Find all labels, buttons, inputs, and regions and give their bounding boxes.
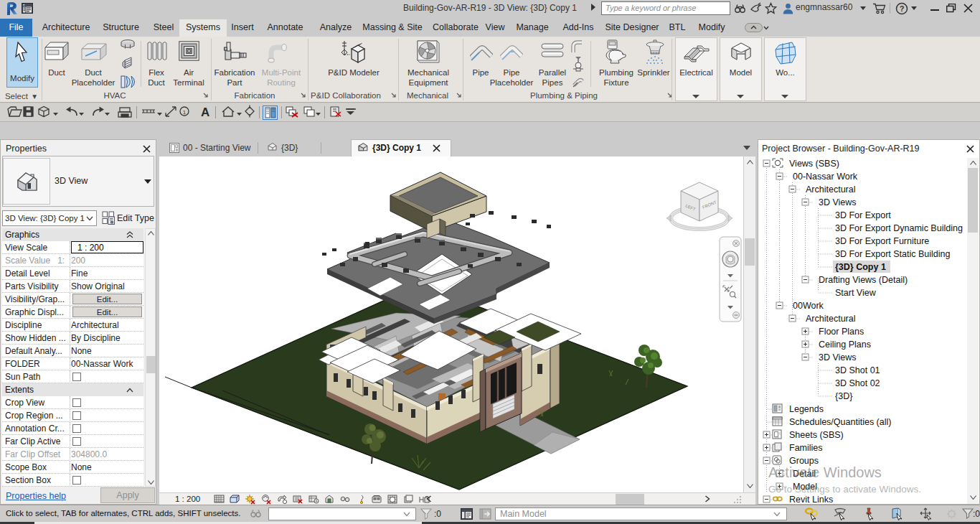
- svg-text:Architectural: Architectural: [806, 184, 855, 195]
- svg-text:Floor Plans: Floor Plans: [819, 327, 864, 337]
- svg-text:Views (SBS): Views (SBS): [789, 159, 839, 169]
- svg-text:3D Shot 02: 3D Shot 02: [835, 378, 880, 388]
- svg-text:Families: Families: [789, 443, 823, 453]
- svg-text:{3D} Copy 1: {3D} Copy 1: [835, 262, 886, 272]
- svg-text:Sheets (SBS): Sheets (SBS): [789, 430, 844, 440]
- svg-text:3D Views: 3D Views: [819, 352, 857, 362]
- svg-text:Schedules/Quantities (all): Schedules/Quantities (all): [789, 417, 891, 427]
- svg-text:Ceiling Plans: Ceiling Plans: [819, 340, 871, 350]
- svg-text:00Work: 00Work: [793, 301, 824, 311]
- svg-text:Start View: Start View: [835, 288, 877, 298]
- svg-text:3D For Export Dynamic Building: 3D For Export Dynamic Building: [835, 223, 963, 233]
- svg-text:{3D}: {3D}: [835, 391, 852, 401]
- svg-text:3D Shot 01: 3D Shot 01: [835, 365, 880, 375]
- svg-text:Architectural: Architectural: [806, 314, 855, 324]
- svg-text:3D Views: 3D Views: [819, 197, 857, 207]
- svg-text:3D For Export: 3D For Export: [835, 210, 891, 220]
- svg-text:3D For Export Static Building: 3D For Export Static Building: [835, 249, 951, 259]
- svg-text:3D For Export Furniture: 3D For Export Furniture: [835, 236, 929, 246]
- svg-text:Legends: Legends: [789, 404, 824, 414]
- svg-text:1: 1: [183, 109, 187, 116]
- svg-text:Drafting Views (Detail): Drafting Views (Detail): [819, 275, 908, 285]
- svg-text:00-Nassar Work: 00-Nassar Work: [793, 172, 858, 182]
- svg-text:?: ?: [900, 4, 905, 13]
- svg-text:Revit Links: Revit Links: [789, 495, 833, 504]
- svg-text:A: A: [201, 106, 209, 119]
